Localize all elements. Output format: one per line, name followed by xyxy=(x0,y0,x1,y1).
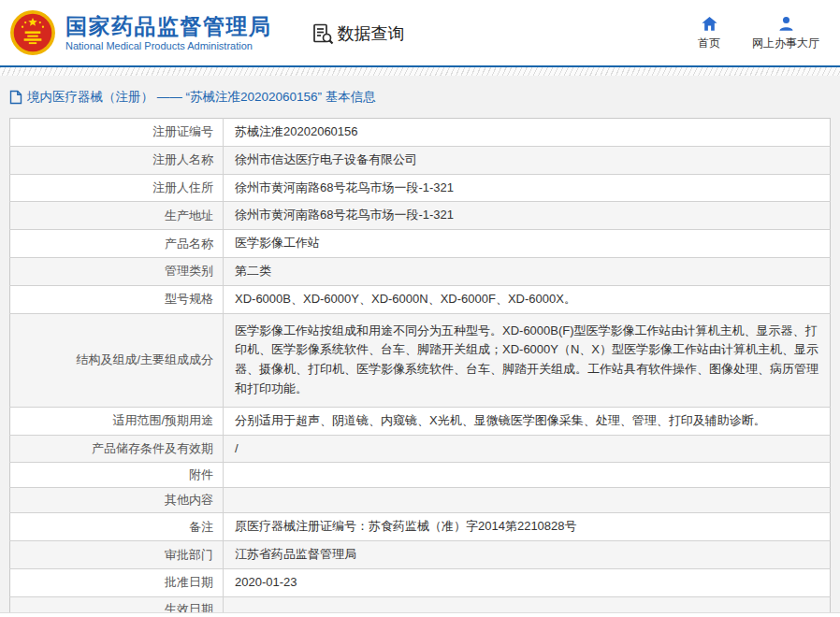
row-label: 产品名称 xyxy=(10,230,224,258)
row-label: 审批部门 xyxy=(10,541,224,569)
table-row: 其他内容 xyxy=(10,488,831,513)
info-table-body: 注册证编号苏械注准20202060156注册人名称徐州市信达医疗电子设备有限公司… xyxy=(10,119,831,617)
row-label: 附件 xyxy=(10,463,224,488)
row-label: 备注 xyxy=(10,513,224,541)
row-label: 适用范围/预期用途 xyxy=(10,407,224,435)
table-row: 产品名称医学影像工作站 xyxy=(10,230,831,258)
table-row: 注册证编号苏械注准20202060156 xyxy=(10,119,831,147)
row-value xyxy=(224,463,831,488)
row-label: 注册人名称 xyxy=(10,146,224,174)
info-table: 注册证编号苏械注准20202060156注册人名称徐州市信达医疗电子设备有限公司… xyxy=(9,118,831,617)
row-value: 江苏省药品监督管理局 xyxy=(224,541,831,569)
main-content: 境内医疗器械（注册） —— “苏械注准20202060156” 基本信息 注册证… xyxy=(0,76,840,617)
row-value xyxy=(224,488,831,513)
row-value: 徐州市信达医疗电子设备有限公司 xyxy=(224,146,831,174)
row-label: 其他内容 xyxy=(10,488,224,513)
nav-home[interactable]: 首页 xyxy=(698,15,720,51)
row-label: 结构及组成/主要组成成分 xyxy=(10,313,224,407)
table-row: 管理类别第二类 xyxy=(10,257,831,285)
row-value: / xyxy=(224,435,831,463)
row-value: 分别适用于超声、阴道镜、内窥镜、X光机、显微镜医学图像采集、处理、管理、打印及辅… xyxy=(224,407,831,435)
table-row: 生产地址徐州市黄河南路68号花鸟市场一段-1-321 xyxy=(10,202,831,230)
row-value: 苏械注准20202060156 xyxy=(224,119,831,147)
table-row: 附件 xyxy=(10,463,831,488)
row-label: 产品储存条件及有效期 xyxy=(10,435,224,463)
table-row: 结构及组成/主要组成成分医学影像工作站按组成和用途不同分为五种型号。XD-600… xyxy=(10,313,831,407)
national-emblem-icon xyxy=(9,9,56,56)
table-row: 审批部门江苏省药品监督管理局 xyxy=(10,541,831,569)
row-value: 徐州市黄河南路68号花鸟市场一段-1-321 xyxy=(224,174,831,202)
table-row: 注册人住所徐州市黄河南路68号花鸟市场一段-1-321 xyxy=(10,174,831,202)
document-search-icon xyxy=(311,22,334,45)
table-row: 产品储存条件及有效期/ xyxy=(10,435,831,463)
nav-service-hall[interactable]: 网上办事大厅 xyxy=(752,15,819,51)
hatch-band xyxy=(0,67,840,76)
row-label: 注册人住所 xyxy=(10,174,224,202)
org-name-en: National Medical Products Administration xyxy=(65,40,272,51)
home-icon xyxy=(701,15,718,33)
org-names: 国家药品监督管理局 National Medical Products Admi… xyxy=(65,14,272,51)
row-value: 原医疗器械注册证编号：苏食药监械（准）字2014第2210828号 xyxy=(224,513,831,541)
row-label: 生产地址 xyxy=(10,202,224,230)
data-query-title: 数据查询 xyxy=(311,22,405,45)
row-value: 医学影像工作站 xyxy=(224,230,831,258)
row-value: 徐州市黄河南路68号花鸟市场一段-1-321 xyxy=(224,202,831,230)
org-name-cn: 国家药品监督管理局 xyxy=(65,14,272,38)
site-header: 国家药品监督管理局 National Medical Products Admi… xyxy=(0,0,840,65)
document-icon xyxy=(9,90,22,105)
row-value: XD-6000B、XD-6000Y、XD-6000N、XD-6000F、XD-6… xyxy=(224,285,831,313)
data-query-label: 数据查询 xyxy=(338,22,405,45)
row-value: 2020-01-23 xyxy=(224,568,831,596)
row-label: 注册证编号 xyxy=(10,119,224,147)
table-row: 型号规格XD-6000B、XD-6000Y、XD-6000N、XD-6000F、… xyxy=(10,285,831,313)
table-row: 备注原医疗器械注册证编号：苏食药监械（准）字2014第2210828号 xyxy=(10,513,831,541)
nav-service-hall-label: 网上办事大厅 xyxy=(752,36,819,51)
breadcrumb-text: 境内医疗器械（注册） —— “苏械注准20202060156” 基本信息 xyxy=(27,89,376,106)
row-label: 批准日期 xyxy=(10,568,224,596)
row-value: 医学影像工作站按组成和用途不同分为五种型号。XD-6000B(F)型医学影像工作… xyxy=(224,313,831,407)
user-icon xyxy=(777,15,795,33)
nav-home-label: 首页 xyxy=(698,36,720,51)
row-label: 管理类别 xyxy=(10,257,224,285)
row-label: 型号规格 xyxy=(10,285,224,313)
site-logo[interactable]: 国家药品监督管理局 National Medical Products Admi… xyxy=(9,9,272,56)
breadcrumb: 境内医疗器械（注册） —— “苏械注准20202060156” 基本信息 xyxy=(9,89,831,106)
table-row: 注册人名称徐州市信达医疗电子设备有限公司 xyxy=(10,146,831,174)
table-row: 批准日期2020-01-23 xyxy=(10,568,831,596)
row-value: 第二类 xyxy=(224,257,831,285)
footer-strip xyxy=(0,612,840,617)
table-row: 适用范围/预期用途分别适用于超声、阴道镜、内窥镜、X光机、显微镜医学图像采集、处… xyxy=(10,407,831,435)
